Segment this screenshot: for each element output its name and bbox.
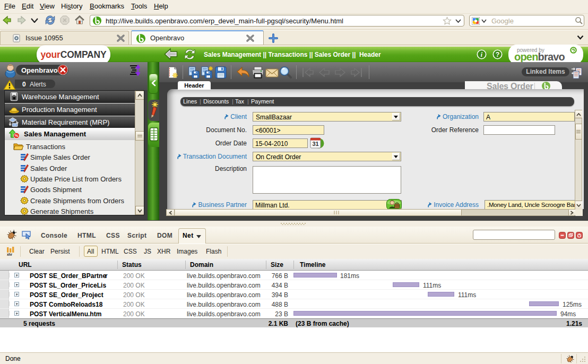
svg-text:%: % <box>15 133 19 138</box>
svg-text:31: 31 <box>312 141 318 147</box>
svg-text:?: ? <box>496 51 500 58</box>
svg-text:xhr: xhr <box>7 253 13 256</box>
